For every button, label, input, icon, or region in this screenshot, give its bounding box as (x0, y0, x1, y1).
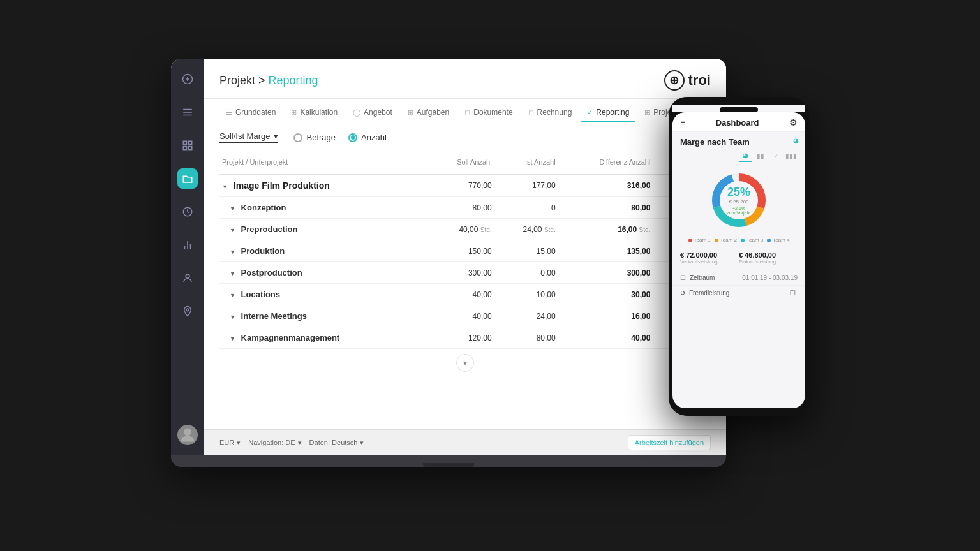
breadcrumb-separator: > (258, 74, 269, 87)
sidebar-icon-clock[interactable] (177, 202, 198, 222)
row-ist: 177,00 (494, 175, 558, 197)
row-diff: 40,00 (558, 327, 653, 349)
legend-dot-team2 (715, 239, 718, 242)
avatar[interactable] (177, 425, 198, 445)
chevron-icon[interactable]: ▼ (230, 205, 236, 212)
row-soll: 80,00 (427, 197, 494, 219)
row-ist: 80,00 (494, 327, 558, 349)
mobile-menu-icon[interactable]: ≡ (680, 117, 685, 128)
bottom-bar: EUR ▾ Navigation: DE ▾ Daten: Deutsch ▾ … (204, 429, 726, 455)
legend-item: Team 4 (767, 237, 789, 243)
legend-label-team1: Team 1 (694, 237, 711, 243)
header: Projekt > Reporting ⊕ troi (204, 59, 726, 99)
scroll-down-button[interactable]: ▾ (456, 354, 474, 372)
row-soll: 300,00 (427, 262, 494, 284)
chevron-icon[interactable]: ▼ (230, 227, 236, 233)
currency-selector[interactable]: EUR ▾ (219, 439, 241, 447)
radio-circle-anzahl (348, 133, 357, 142)
row-diff: 135,00 (558, 240, 653, 262)
sidebar-icon-plus[interactable] (177, 69, 198, 89)
radio-betraege-label: Beträge (306, 133, 336, 142)
svg-rect-6 (183, 141, 186, 144)
angebot-icon: ◯ (353, 108, 360, 117)
row-name: ▼ Image Film Produktion (219, 175, 427, 197)
chart-type-donut-icon[interactable]: ◕ (793, 137, 799, 144)
row-ist: 10,00 (494, 284, 558, 305)
row-diff: 30,00 (558, 284, 653, 305)
reporting-icon: ✓ (587, 108, 593, 117)
svg-point-15 (186, 309, 189, 311)
chevron-icon[interactable]: ▼ (230, 314, 236, 320)
laptop-screen: Projekt > Reporting ⊕ troi ☰ Grunddaten (171, 59, 726, 455)
chevron-icon[interactable]: ▼ (230, 292, 236, 298)
add-time-button[interactable]: Arbeitszeit hinzufügen (628, 435, 711, 450)
laptop-base (171, 455, 726, 467)
laptop: Projekt > Reporting ⊕ troi ☰ Grunddaten (171, 59, 726, 467)
tab-reporting[interactable]: ✓ Reporting (581, 104, 635, 122)
legend-label-team4: Team 4 (773, 237, 789, 243)
chart-tab-stacked[interactable]: ▮▮▮ (785, 149, 798, 162)
row-soll: 40,00 (427, 284, 494, 305)
radio-anzahl[interactable]: Anzahl (348, 133, 387, 142)
row-diff: 316,00 (558, 175, 653, 197)
donut-chart: 25% € 25.200 +2.1% zum Vorjahr (707, 168, 771, 232)
mobile-filter-icon[interactable]: ⚙ (789, 117, 798, 128)
row-diff: 80,00 (558, 197, 653, 219)
fremd-label: Fremdleistung (689, 290, 729, 297)
tab-grunddaten[interactable]: ☰ Grunddaten (219, 104, 282, 122)
scene: Projekt > Reporting ⊕ troi ☰ Grunddaten (171, 59, 809, 492)
row-name: ▼ Produktion (219, 240, 427, 262)
radio-group: Beträge Anzahl (293, 133, 386, 142)
aufgaben-icon: ⊞ (408, 108, 413, 117)
sidebar-icon-chart[interactable] (177, 235, 198, 255)
breadcrumb-active: Reporting (269, 74, 318, 87)
legend-label-team2: Team 2 (720, 237, 737, 243)
table-row: ▼ Kampagnenmanagement 120,00 80,00 40,00 (219, 327, 711, 349)
bottom-left: EUR ▾ Navigation: DE ▾ Daten: Deutsch ▾ (219, 439, 364, 447)
radio-betraege[interactable]: Beträge (293, 133, 336, 142)
chevron-icon[interactable]: ▼ (230, 249, 236, 255)
donut-chart-wrapper: 25% € 25.200 +2.1% zum Vorjahr (672, 166, 805, 235)
donut-change-label: zum Vorjahr (727, 210, 750, 215)
view-dropdown[interactable]: Soll/Ist Marge ▾ (219, 131, 278, 143)
legend-item: Team 1 (688, 237, 711, 243)
main-content: Projekt > Reporting ⊕ troi ☰ Grunddaten (204, 59, 726, 455)
tab-dokumente[interactable]: ◻ Dokumente (458, 104, 519, 122)
tab-angebot[interactable]: ◯ Angebot (346, 104, 399, 122)
stat-einkauf: € 46.800,00 Einkaufsleistung (739, 251, 798, 265)
data-lang-selector[interactable]: Daten: Deutsch ▾ (309, 439, 364, 447)
table-container: Projekt / Unterprojekt Soll Anzahl Ist A… (204, 150, 726, 429)
row-name: ▼ Preproduction (219, 219, 427, 240)
tab-kalkulation[interactable]: ⊞ Kalkulation (285, 104, 344, 122)
sidebar-icon-user[interactable] (177, 268, 198, 288)
row-soll: 120,00 (427, 327, 494, 349)
col-header-soll: Soll Anzahl (427, 150, 494, 175)
svg-point-16 (184, 429, 191, 436)
sidebar-icon-location[interactable] (177, 301, 198, 321)
sidebar-icon-grid[interactable] (177, 135, 198, 156)
chart-tab-donut[interactable]: ◕ (739, 149, 752, 162)
stats-row: € 72.000,00 Verkaufsleistung € 46.800,00… (672, 246, 805, 270)
svg-point-14 (186, 274, 189, 278)
sidebar-icon-folder[interactable] (177, 168, 198, 189)
chart-tab-line[interactable]: ⟋ (769, 149, 782, 162)
mobile-screen: ≡ Dashboard ⚙ Marge nach Team ◕ ◕ ▮▮ ⟋ ▮… (672, 112, 805, 408)
row-ist: 24,00 (494, 305, 558, 327)
stat-verkauf-label: Verkaufsleistung (680, 259, 739, 265)
chart-legend: Team 1 Team 2 Team 3 Team 4 (672, 235, 805, 246)
table-row: ▼ Preproduction 40,00 Std. 24,00 Std. 16… (219, 219, 711, 240)
row-ist: 0,00 (494, 262, 558, 284)
currency-label: EUR (219, 439, 234, 446)
sidebar-icon-menu[interactable] (177, 102, 198, 122)
data-lang-label: Daten: Deutsch (309, 439, 358, 446)
tab-aufgaben[interactable]: ⊞ Aufgaben (401, 104, 456, 122)
chevron-icon[interactable]: ▼ (230, 270, 236, 277)
nav-lang-selector[interactable]: Navigation: DE ▾ (248, 439, 301, 447)
chevron-icon[interactable]: ▼ (230, 335, 236, 342)
chevron-icon[interactable]: ▼ (222, 184, 228, 190)
col-header-diff: Differenz Anzahl (558, 150, 653, 175)
tab-rechnung[interactable]: ◻ Rechnung (522, 104, 579, 122)
mobile-device: ≡ Dashboard ⚙ Marge nach Team ◕ ◕ ▮▮ ⟋ ▮… (669, 97, 809, 416)
chart-tab-bar[interactable]: ▮▮ (754, 149, 767, 162)
svg-rect-7 (189, 141, 192, 144)
